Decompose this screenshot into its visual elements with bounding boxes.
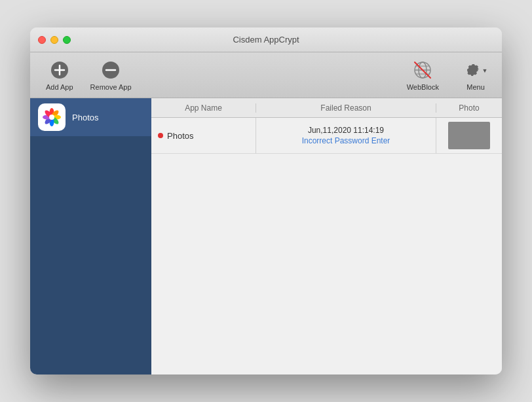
table-header: App Name Failed Reason Photo (151, 98, 502, 118)
table-row[interactable]: Photos Jun,11,2020 11:14:19 Incorrect Pa… (151, 118, 502, 154)
row-app-label: Photos (167, 131, 193, 141)
minus-icon (100, 60, 121, 81)
traffic-lights (38, 36, 71, 44)
webblock-icon (412, 60, 433, 81)
add-icon (49, 60, 70, 81)
add-app-button[interactable]: Add App (41, 57, 79, 94)
row-photo-cell (436, 118, 502, 153)
toolbar: Add App Remove App (30, 52, 502, 98)
col-header-failed-reason: Failed Reason (256, 103, 436, 113)
main-content: Photos App Name Failed Reason Photo Phot… (30, 98, 502, 375)
reason-text: Incorrect Password Enter (302, 136, 390, 145)
remove-app-label: Remove App (90, 83, 132, 91)
dropdown-arrow-icon: ▼ (482, 67, 488, 74)
webblock-button[interactable]: WebBlock (402, 57, 444, 94)
sidebar-item-photos[interactable]: Photos (30, 98, 151, 136)
photos-app-icon (38, 103, 66, 131)
menu-button[interactable]: ▼ Menu (460, 57, 491, 94)
gear-icon: ▼ (465, 60, 486, 81)
table-area: App Name Failed Reason Photo Photos Jun,… (151, 98, 502, 375)
reason-date: Jun,11,2020 11:14:19 (308, 126, 384, 135)
photo-thumbnail (448, 122, 490, 149)
status-dot (158, 133, 163, 138)
row-failed-reason-cell: Jun,11,2020 11:14:19 Incorrect Password … (256, 118, 436, 153)
maximize-button[interactable] (63, 36, 71, 44)
titlebar: Cisdem AppCrypt (30, 27, 502, 52)
webblock-label: WebBlock (407, 83, 439, 91)
row-app-name-cell: Photos (151, 118, 256, 153)
sidebar: Photos (30, 98, 151, 375)
window-title: Cisdem AppCrypt (233, 35, 299, 45)
svg-point-19 (49, 115, 54, 120)
menu-label: Menu (466, 83, 485, 91)
remove-app-button[interactable]: Remove App (85, 57, 137, 94)
add-app-label: Add App (46, 83, 73, 91)
close-button[interactable] (38, 36, 46, 44)
minimize-button[interactable] (50, 36, 58, 44)
app-window: Cisdem AppCrypt Add App Remove App (30, 27, 502, 375)
toolbar-right: WebBlock ▼ Menu (402, 57, 491, 94)
sidebar-photos-label: Photos (72, 113, 98, 122)
col-header-app-name: App Name (151, 103, 256, 113)
table-body: Photos Jun,11,2020 11:14:19 Incorrect Pa… (151, 118, 502, 375)
col-header-photo: Photo (436, 103, 502, 113)
